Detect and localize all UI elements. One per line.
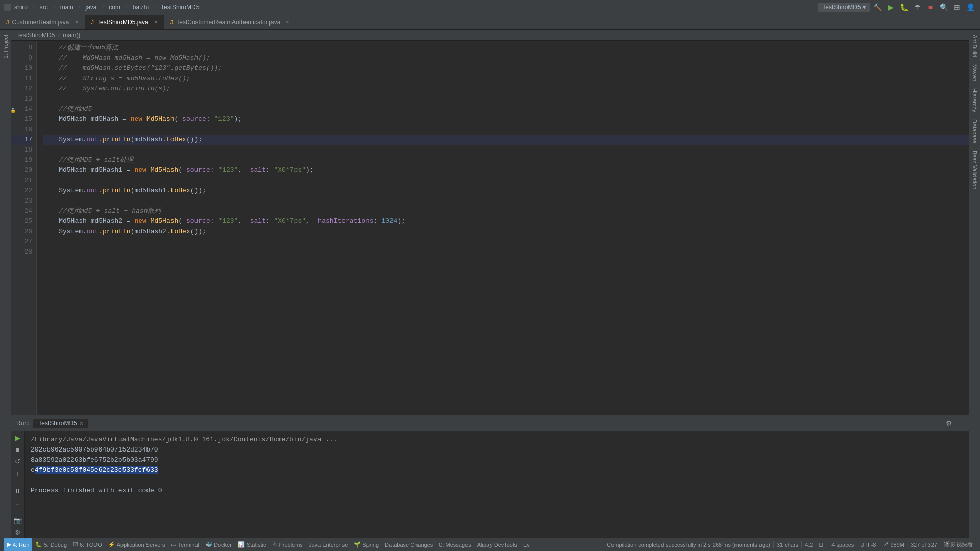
- editor-breadcrumb: TestShiroMD5 › main(): [11, 30, 969, 41]
- run-rerun-button[interactable]: ↺: [12, 456, 23, 467]
- run-config-selector[interactable]: TestShiroMD5 ▾: [818, 3, 870, 12]
- code-line-12: // System.out.println(s);: [43, 84, 969, 94]
- status-run-tab[interactable]: ▶ 4: Run: [4, 538, 32, 551]
- maven-panel-label[interactable]: Maven: [970, 61, 979, 84]
- coverage-button[interactable]: ☂: [912, 2, 923, 13]
- build-button[interactable]: 🔨: [872, 2, 883, 13]
- line-col-text: 4:2: [805, 542, 813, 548]
- stop-button[interactable]: ■: [925, 2, 936, 13]
- code-line-13: [43, 94, 969, 104]
- status-encoding[interactable]: UTF-8: [857, 542, 879, 548]
- debug-label: 5: Debug: [44, 542, 67, 548]
- problems-icon: ⚠: [272, 541, 277, 548]
- run-pause-button[interactable]: ⏸: [12, 486, 23, 496]
- status-git[interactable]: ⎇ 989M: [879, 541, 908, 548]
- profile-button[interactable]: 👤: [965, 2, 976, 13]
- line-10: 10: [11, 63, 32, 73]
- tab-close-3-icon[interactable]: ✕: [285, 19, 289, 25]
- status-line-ending[interactable]: LF: [816, 542, 828, 548]
- run-tab-close-icon[interactable]: ✕: [79, 421, 83, 427]
- run-close-button[interactable]: —: [957, 419, 964, 428]
- memory-text: 327 of 327: [911, 542, 937, 548]
- status-memory[interactable]: 327 of 327: [908, 542, 940, 548]
- status-line-col[interactable]: 4:2: [802, 542, 816, 548]
- status-debug-tab[interactable]: 🐛 5: Debug: [32, 538, 70, 551]
- hash-prefix: e: [31, 466, 35, 474]
- tab-label-active: TestShiroMD5.java: [97, 19, 149, 26]
- status-docker-tab[interactable]: 🐳 Docker: [202, 538, 235, 551]
- docker-icon: 🐳: [205, 541, 212, 548]
- status-db-changes-tab[interactable]: Database Changes: [382, 538, 436, 551]
- code-content[interactable]: //创建一个md5算法 // Md5Hash md5Hash = new Md5…: [37, 41, 969, 415]
- app-servers-icon: ⚡: [108, 541, 115, 548]
- status-problems-tab[interactable]: ⚠ Problems: [269, 538, 305, 551]
- cursor-chars-text: 31 chars: [777, 542, 798, 548]
- statistic-label: Statistic: [247, 542, 266, 548]
- device-button[interactable]: ⊞: [951, 2, 963, 13]
- status-right-area: Compilation completed successfully in 2 …: [604, 541, 976, 548]
- line-ending-text: LF: [819, 542, 825, 548]
- status-compilation-msg: Compilation completed successfully in 2 …: [604, 542, 773, 548]
- tab-customer-realm[interactable]: J CustomerRealm.java ✕: [0, 15, 85, 29]
- breadcrumb-main: main: [60, 4, 74, 11]
- debug-button[interactable]: 🐛: [898, 2, 910, 13]
- run-tab-label: TestShiroMD5: [38, 420, 77, 427]
- java-icon: J: [6, 19, 9, 26]
- ant-build-panel-label[interactable]: Ant Build: [970, 32, 979, 60]
- run-icon: ▶: [7, 541, 11, 548]
- status-todo-tab[interactable]: ☑ 6: TODO: [70, 538, 105, 551]
- run-stop-button[interactable]: ■: [12, 444, 23, 455]
- toolbar-right: TestShiroMD5 ▾ 🔨 ▶ 🐛 ☂ ■ 🔍 ⊞ 👤: [818, 2, 976, 13]
- tab-label: CustomerRealm.java: [12, 19, 69, 26]
- code-line-21: [43, 176, 969, 186]
- run-settings2-button[interactable]: ⚙: [12, 527, 23, 538]
- java-icon-3: J: [170, 19, 174, 26]
- line-27: 27: [11, 237, 32, 247]
- status-indent[interactable]: 4 spaces: [828, 542, 857, 548]
- search-button[interactable]: 🔍: [938, 2, 949, 13]
- tab-test-shiro-md5[interactable]: J TestShiroMD5.java ✕: [85, 15, 164, 29]
- status-alipay-tab[interactable]: Alipay DevTools: [474, 538, 520, 551]
- hierarchy-panel-label[interactable]: Hierarchy: [970, 85, 979, 115]
- status-ev-tab[interactable]: Ev: [520, 538, 533, 551]
- project-panel[interactable]: 1: Project: [0, 30, 11, 538]
- run-snapshot-button[interactable]: 📷: [12, 515, 23, 526]
- breadcrumb-baizhi: baizhi: [133, 4, 149, 11]
- run-label: Run:: [16, 420, 29, 427]
- tab-close-active-icon[interactable]: ✕: [154, 19, 158, 25]
- code-line-17: System . out . println (md5Hash. toHex (…: [43, 135, 969, 145]
- status-video-icon[interactable]: 🎬影视快看: [940, 541, 976, 548]
- status-java-enterprise-tab[interactable]: Java Enterprise: [306, 538, 351, 551]
- run-button[interactable]: ▶: [885, 2, 896, 13]
- status-spring-tab[interactable]: 🌱 Spring: [351, 538, 382, 551]
- code-line-11: // String s = md5Hash.toHex();: [43, 73, 969, 84]
- status-app-servers-tab[interactable]: ⚡ Application Servers: [105, 538, 168, 551]
- run-scroll-down-button[interactable]: ↓: [12, 468, 23, 479]
- status-statistic-tab[interactable]: 📊 Statistic: [235, 538, 270, 551]
- status-messages-tab[interactable]: 0: Messages: [436, 538, 474, 551]
- tab-test-customer-realm[interactable]: J TestCustomerRealmAuthenticator.java ✕: [164, 15, 297, 29]
- run-tab-testshiromd5[interactable]: TestShiroMD5 ✕: [33, 419, 88, 428]
- code-line-19: //使用MD5 + salt处理: [43, 155, 969, 165]
- output-hash-1: 202cb962ac59075b964b07152d234b70: [31, 445, 963, 455]
- terminal-icon: ▭: [171, 541, 176, 548]
- problems-label: Problems: [279, 542, 302, 548]
- breadcrumb-src: src: [40, 4, 48, 11]
- run-play-button[interactable]: ▶: [12, 433, 23, 443]
- breadcrumb-method: main(): [63, 32, 80, 39]
- bean-validation-panel-label[interactable]: Bean Validation: [970, 147, 979, 192]
- debug-icon: 🐛: [35, 541, 42, 548]
- line-16: 16: [11, 124, 32, 135]
- database-panel-label[interactable]: Database: [970, 116, 979, 146]
- output-hash-3: e4f9bf3e0c58f045e62c23c533fcf633: [31, 465, 963, 475]
- run-filter-button[interactable]: ≡: [12, 497, 23, 508]
- statistic-icon: 📊: [238, 541, 245, 548]
- line-22: 22: [11, 186, 32, 196]
- run-settings-button[interactable]: ⚙: [946, 419, 952, 428]
- breadcrumb-class-name: TestShiroMD5: [16, 32, 55, 39]
- tab-close-icon[interactable]: ✕: [75, 19, 79, 25]
- terminal-label: Terminal: [178, 542, 199, 548]
- code-editor[interactable]: 8 9 10 11 12 13 🔒14 15 16 17 18 19 20 21…: [11, 41, 969, 415]
- status-terminal-tab[interactable]: ▭ Terminal: [168, 538, 202, 551]
- spring-icon: 🌱: [354, 541, 361, 548]
